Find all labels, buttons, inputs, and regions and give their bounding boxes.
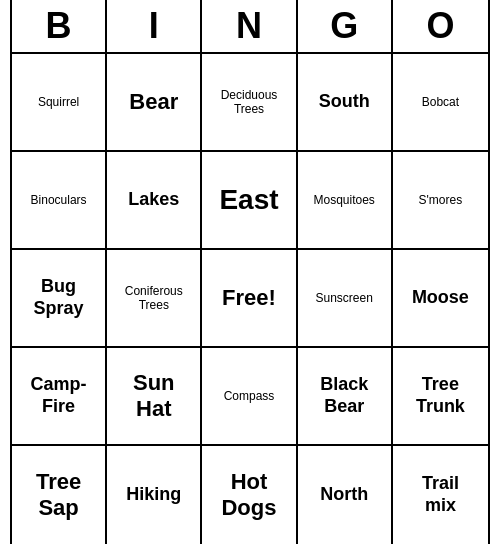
- cell-text-5: Binoculars: [31, 193, 87, 207]
- cell-text-4: Bobcat: [422, 95, 459, 109]
- bingo-cell-22[interactable]: Hot Dogs: [202, 446, 297, 544]
- cell-text-9: S'mores: [419, 193, 463, 207]
- cell-text-7: East: [219, 183, 278, 217]
- header-letter-G: G: [298, 0, 393, 52]
- cell-text-23: North: [320, 484, 368, 506]
- cell-text-1: Bear: [129, 89, 178, 115]
- cell-text-17: Compass: [224, 389, 275, 403]
- bingo-header: BINGO: [12, 0, 488, 54]
- cell-text-2: Deciduous Trees: [221, 88, 278, 117]
- bingo-cell-5[interactable]: Binoculars: [12, 152, 107, 250]
- bingo-cell-8[interactable]: Mosquitoes: [298, 152, 393, 250]
- bingo-card: BINGO SquirrelBearDeciduous TreesSouthBo…: [10, 0, 490, 544]
- header-letter-I: I: [107, 0, 202, 52]
- bingo-cell-14[interactable]: Moose: [393, 250, 488, 348]
- cell-text-3: South: [319, 91, 370, 113]
- bingo-cell-6[interactable]: Lakes: [107, 152, 202, 250]
- cell-text-24: Trail mix: [422, 473, 459, 516]
- bingo-cell-16[interactable]: Sun Hat: [107, 348, 202, 446]
- bingo-cell-12[interactable]: Free!: [202, 250, 297, 348]
- bingo-cell-10[interactable]: Bug Spray: [12, 250, 107, 348]
- cell-text-22: Hot Dogs: [221, 469, 276, 522]
- cell-text-20: Tree Sap: [36, 469, 81, 522]
- bingo-cell-20[interactable]: Tree Sap: [12, 446, 107, 544]
- bingo-cell-23[interactable]: North: [298, 446, 393, 544]
- bingo-cell-7[interactable]: East: [202, 152, 297, 250]
- bingo-cell-21[interactable]: Hiking: [107, 446, 202, 544]
- bingo-cell-4[interactable]: Bobcat: [393, 54, 488, 152]
- cell-text-10: Bug Spray: [34, 276, 84, 319]
- cell-text-8: Mosquitoes: [314, 193, 375, 207]
- bingo-cell-18[interactable]: Black Bear: [298, 348, 393, 446]
- cell-text-18: Black Bear: [320, 374, 368, 417]
- bingo-cell-17[interactable]: Compass: [202, 348, 297, 446]
- cell-text-14: Moose: [412, 287, 469, 309]
- header-letter-B: B: [12, 0, 107, 52]
- cell-text-11: Coniferous Trees: [125, 284, 183, 313]
- cell-text-19: Tree Trunk: [416, 374, 465, 417]
- bingo-cell-0[interactable]: Squirrel: [12, 54, 107, 152]
- cell-text-6: Lakes: [128, 189, 179, 211]
- bingo-cell-15[interactable]: Camp- Fire: [12, 348, 107, 446]
- cell-text-12: Free!: [222, 285, 276, 311]
- bingo-cell-1[interactable]: Bear: [107, 54, 202, 152]
- cell-text-15: Camp- Fire: [31, 374, 87, 417]
- bingo-cell-9[interactable]: S'mores: [393, 152, 488, 250]
- cell-text-0: Squirrel: [38, 95, 79, 109]
- cell-text-13: Sunscreen: [316, 291, 373, 305]
- bingo-cell-13[interactable]: Sunscreen: [298, 250, 393, 348]
- bingo-cell-2[interactable]: Deciduous Trees: [202, 54, 297, 152]
- bingo-cell-24[interactable]: Trail mix: [393, 446, 488, 544]
- bingo-grid: SquirrelBearDeciduous TreesSouthBobcatBi…: [12, 54, 488, 544]
- bingo-cell-3[interactable]: South: [298, 54, 393, 152]
- bingo-cell-19[interactable]: Tree Trunk: [393, 348, 488, 446]
- cell-text-21: Hiking: [126, 484, 181, 506]
- bingo-cell-11[interactable]: Coniferous Trees: [107, 250, 202, 348]
- header-letter-O: O: [393, 0, 488, 52]
- header-letter-N: N: [202, 0, 297, 52]
- cell-text-16: Sun Hat: [133, 370, 175, 423]
